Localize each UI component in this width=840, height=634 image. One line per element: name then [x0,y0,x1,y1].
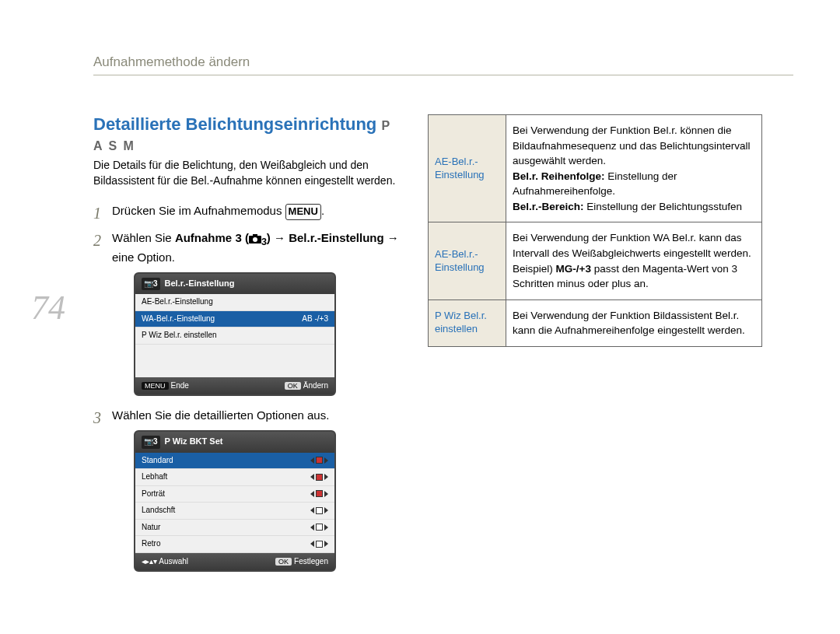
table-row: P Wiz Bel.r. einstellen Bei Verwendung d… [429,299,762,346]
step-1-text-post: . [321,204,324,217]
footer-right-label: Ändern [303,381,328,390]
footer-left-label: Ende [171,381,189,390]
settings-table: AE-Bel.r.-Einstellung Bei Verwendung der… [428,114,762,347]
footer-left-label: Auswahl [159,557,188,566]
table-label: AE-Bel.r.-Einstellung [429,222,506,299]
screen2-row-label: Natur [142,522,160,534]
screen2-row-toggle[interactable] [310,471,328,483]
screen2-row-toggle[interactable] [310,538,328,550]
screen1-row[interactable]: AE-Bel.r.-Einstellung [135,294,334,311]
section-header: Aufnahmemethode ändern [93,54,793,75]
screen2-row[interactable]: Lebhaft [135,469,334,486]
screen2-row-toggle[interactable] [310,505,328,517]
step-1: 1 Drücken Sie im Aufnahmemodus MENU. [93,202,404,220]
table-desc: Bei Verwendung der Funktion WA Bel.r. ka… [506,222,762,299]
screen1-row-selected[interactable]: WA-Bel.r.-Einstellung AB -/+3 [135,311,334,328]
screen2-row-label: Lebhaft [142,471,167,483]
step-3: 3 Wählen Sie die detaillierten Optionen … [93,407,404,572]
menu-pill[interactable]: MENU [142,382,169,390]
table-label: AE-Bel.r.-Einstellung [429,115,506,222]
camera-icon-sub: 3 [261,236,267,247]
screen2-footer: ◂▸▴▾ Auswahl OKFestlegen [135,553,334,571]
screen2-row[interactable]: Porträt [135,486,334,503]
screen1-row-label: WA-Bel.r.-Einstellung [142,313,215,325]
screen1-row-label: AE-Bel.r.-Einstellung [142,296,213,308]
step-number: 3 [93,407,101,429]
camera-screen-belr: 📷3 Bel.r.-Einstellung AE-Bel.r.-Einstell… [134,272,336,397]
camera-icon [249,234,261,243]
screen2-row-label: Landschft [142,505,175,517]
screen2-tag: 📷3 [142,436,160,449]
screen1-row[interactable]: P Wiz Bel.r. einstellen [135,328,334,345]
intro-paragraph: Die Details für die Belichtung, den Weiß… [93,158,404,188]
screen1-row-value: AB -/+3 [302,313,328,325]
camera-screen-pwiz: 📷3 P Wiz BKT Set StandardLebhaftPorträtL… [134,430,336,572]
screen2-row[interactable]: Natur [135,520,334,537]
screen2-row[interactable]: Retro [135,536,334,553]
table-row: AE-Bel.r.-Einstellung Bei Verwendung der… [429,115,762,222]
menu-badge: MENU [285,204,321,220]
title-text: Detaillierte Belichtungseinrichtung [93,114,376,134]
step-1-text-pre: Drücken Sie im Aufnahmemodus [112,204,285,217]
table-row: AE-Bel.r.-Einstellung Bei Verwendung der… [429,222,762,299]
screen2-row-toggle[interactable] [310,489,328,500]
step-number: 1 [93,202,101,225]
table-desc: Bei Verwendung der Funktion Bel.r. könne… [506,115,762,222]
screen2-header: 📷3 P Wiz BKT Set [135,432,334,453]
screen2-row-toggle[interactable] [310,455,328,467]
step-2-pre: Wählen Sie [112,231,175,244]
page-title: Detaillierte Belichtungseinrichtung P A … [93,114,404,155]
screen2-row-label: Porträt [142,489,165,500]
ok-pill[interactable]: OK [285,382,301,390]
screen1-tag: 📷3 [142,278,160,291]
screen2-row-label: Standard [142,455,173,467]
screen2-title: P Wiz BKT Set [165,436,223,448]
screen2-row-label: Retro [142,538,160,550]
ok-pill[interactable]: OK [275,558,292,566]
svg-rect-1 [253,234,257,236]
screen2-row-toggle[interactable] [310,522,328,534]
step-number: 2 [93,229,101,252]
table-label: P Wiz Bel.r. einstellen [429,299,506,346]
step-2: 2 Wählen Sie Aufnahme 3 (3) → Bel.r.-Ein… [93,229,404,396]
page-number: 74 [31,288,65,328]
footer-right-label: Festlegen [294,557,328,566]
screen1-title: Bel.r.-Einstellung [165,278,235,290]
screen1-row-label: P Wiz Bel.r. einstellen [142,330,217,342]
step-2-bold1: Aufnahme 3 (3) → Bel.r.-Einstellung [175,231,384,244]
screen1-blank [135,345,334,377]
table-desc: Bei Verwendung der Funktion Bildassisten… [506,299,762,346]
step-3-text: Wählen Sie die detaillierten Optionen au… [112,408,329,422]
nav-arrows-icon: ◂▸▴▾ [142,557,159,566]
screen1-footer: MENUEnde OKÄndern [135,377,334,395]
screen2-row[interactable]: Landschft [135,503,334,520]
svg-point-2 [253,237,257,242]
screen1-header: 📷3 Bel.r.-Einstellung [135,274,334,295]
screen2-row[interactable]: Standard [135,453,334,470]
